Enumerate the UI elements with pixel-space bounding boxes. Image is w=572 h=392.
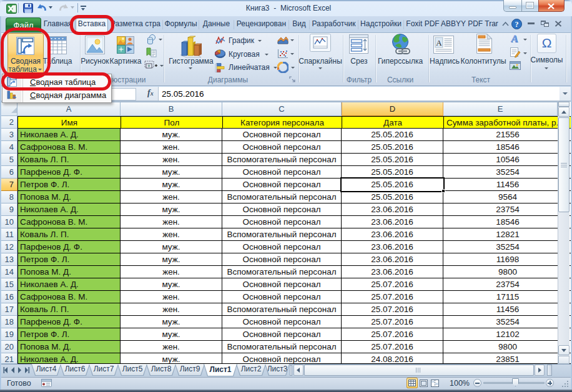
- svg-text:?: ?: [515, 20, 519, 29]
- svg-text:A: A: [436, 38, 442, 47]
